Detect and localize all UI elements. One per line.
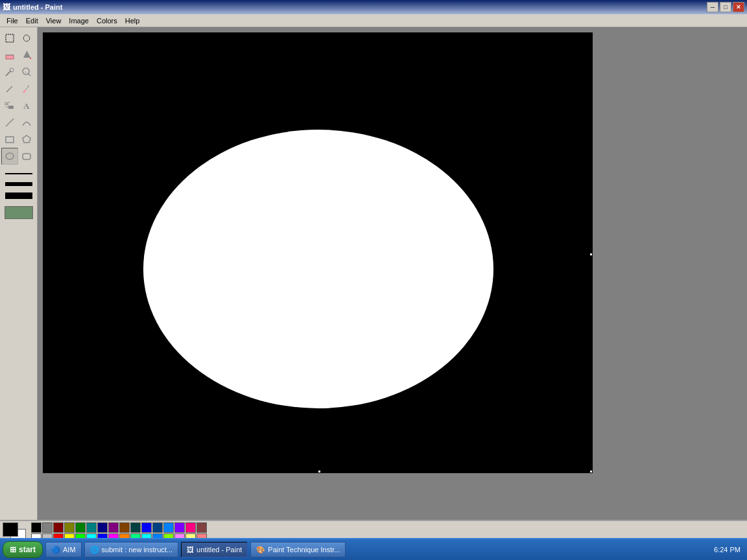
color-swatch[interactable]: [42, 522, 53, 533]
color-swatch[interactable]: [75, 522, 86, 533]
color-swatch[interactable]: [31, 522, 42, 533]
color-swatch[interactable]: [174, 522, 185, 533]
svg-rect-22: [23, 154, 30, 159]
close-button[interactable]: ✕: [733, 2, 744, 12]
menu-colors[interactable]: Colors: [93, 16, 121, 26]
tool-row-8: [1, 148, 36, 165]
color-swatch[interactable]: [196, 522, 207, 533]
taskbar: ⊞ start 🔵 AIM 🌐 submit : new instruct...…: [0, 538, 747, 560]
title-bar: 🖼 untitled - Paint ─ □ ✕: [0, 0, 747, 14]
tool-row-4: [1, 80, 36, 97]
minimize-button[interactable]: ─: [707, 2, 718, 12]
technique-icon: 🎨: [256, 546, 265, 554]
tool-pencil[interactable]: [1, 80, 18, 97]
tool-curve[interactable]: [18, 114, 35, 131]
canvas-resize-right[interactable]: [589, 253, 593, 256]
menu-image[interactable]: Image: [65, 16, 93, 26]
tool-eyedropper[interactable]: [1, 64, 18, 80]
title-bar-controls: ─ □ ✕: [707, 2, 744, 12]
submit-label: submit : new instruct...: [102, 546, 172, 554]
start-button[interactable]: ⊞ start: [3, 541, 43, 558]
svg-point-14: [6, 102, 8, 104]
stroke-options: [1, 167, 36, 204]
menu-edit[interactable]: Edit: [22, 16, 42, 26]
stroke-thin[interactable]: [4, 169, 34, 178]
color-swatch[interactable]: [152, 522, 163, 533]
main-layout: + A: [0, 27, 747, 520]
svg-text:A: A: [23, 101, 30, 111]
color-swatch[interactable]: [53, 522, 64, 533]
tool-line[interactable]: [1, 114, 18, 131]
tool-row-3: +: [1, 64, 36, 80]
svg-rect-1: [6, 55, 14, 59]
taskbar-aim[interactable]: 🔵 AIM: [45, 542, 82, 557]
svg-rect-25: [5, 192, 32, 199]
app-icon: 🖼: [3, 3, 10, 12]
technique-label: Paint Technique Instr...: [268, 546, 340, 554]
clock: 6:24 PM: [714, 546, 741, 554]
tool-fill[interactable]: [18, 47, 35, 64]
taskbar-paint[interactable]: 🖼 untitled - Paint: [181, 542, 248, 557]
menu-help[interactable]: Help: [121, 16, 144, 26]
active-color-preview: [5, 206, 33, 219]
title-bar-left: 🖼 untitled - Paint: [3, 3, 62, 12]
color-swatch[interactable]: [163, 522, 174, 533]
svg-rect-19: [6, 137, 14, 143]
tool-magnifier[interactable]: +: [18, 64, 35, 80]
canvas-resize-bottom[interactable]: [318, 470, 321, 473]
svg-text:+: +: [25, 70, 27, 74]
svg-line-18: [6, 119, 14, 126]
menu-bar: File Edit View Image Colors Help: [0, 14, 747, 27]
tool-select-rect[interactable]: [1, 30, 18, 47]
color-swatch[interactable]: [130, 522, 141, 533]
paint-label: untitled - Paint: [196, 546, 242, 554]
color-swatch[interactable]: [64, 522, 75, 533]
aim-label: AIM: [63, 546, 76, 554]
svg-line-6: [28, 73, 30, 76]
color-swatch[interactable]: [141, 522, 152, 533]
color-swatch[interactable]: [86, 522, 97, 533]
svg-rect-24: [5, 182, 32, 186]
taskbar-submit[interactable]: 🌐 submit : new instruct...: [84, 542, 178, 557]
tool-text[interactable]: A: [18, 97, 35, 114]
tool-row-7: [1, 131, 36, 148]
color-swatch[interactable]: [185, 522, 196, 533]
paint-canvas[interactable]: [43, 32, 593, 473]
svg-line-8: [6, 86, 12, 92]
canvas-ellipse: [143, 130, 493, 408]
svg-point-4: [10, 68, 14, 72]
color-swatch[interactable]: [119, 522, 130, 533]
restore-button[interactable]: □: [720, 2, 731, 12]
svg-point-16: [7, 104, 8, 105]
tool-airbrush[interactable]: [1, 97, 18, 114]
start-icon: ⊞: [10, 545, 16, 554]
menu-file[interactable]: File: [3, 16, 22, 26]
tool-row-6: [1, 114, 36, 131]
submit-icon: 🌐: [90, 546, 99, 554]
tool-rectangle[interactable]: [1, 131, 18, 148]
stroke-thick[interactable]: [4, 190, 34, 202]
tool-row-5: A: [1, 97, 36, 114]
svg-rect-23: [5, 173, 32, 174]
tool-row-1: [1, 30, 36, 47]
tool-polygon[interactable]: [18, 131, 35, 148]
toolbox: + A: [0, 27, 38, 520]
color-swatch[interactable]: [108, 522, 119, 533]
tool-brush[interactable]: [18, 80, 35, 97]
paint-icon: 🖼: [187, 546, 194, 554]
svg-point-21: [6, 153, 14, 159]
stroke-medium[interactable]: [4, 179, 34, 189]
taskbar-right: 6:24 PM: [714, 546, 744, 554]
svg-rect-0: [6, 34, 14, 42]
tool-eraser[interactable]: [1, 47, 18, 64]
menu-view[interactable]: View: [42, 16, 65, 26]
tool-select-free[interactable]: [18, 30, 35, 47]
svg-point-15: [8, 102, 10, 103]
canvas-resize-corner[interactable]: [589, 470, 593, 473]
tool-rounded-rect[interactable]: [18, 148, 35, 165]
tool-ellipse[interactable]: [1, 148, 18, 165]
color-swatch[interactable]: [97, 522, 108, 533]
taskbar-technique[interactable]: 🎨 Paint Technique Instr...: [250, 542, 346, 557]
foreground-color-box[interactable]: [3, 522, 18, 537]
canvas-wrapper[interactable]: [38, 27, 747, 520]
